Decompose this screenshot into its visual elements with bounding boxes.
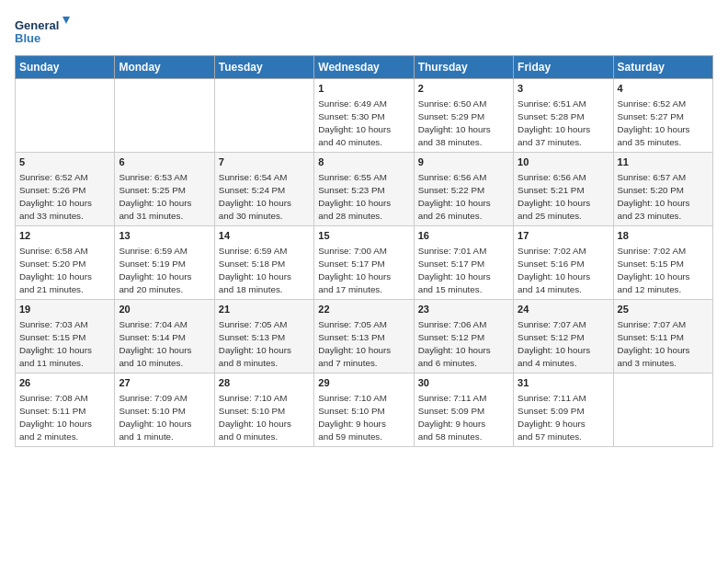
day-info: Sunrise: 7:11 AM Sunset: 5:09 PM Dayligh… <box>418 392 509 442</box>
day-info: Sunrise: 6:59 AM Sunset: 5:18 PM Dayligh… <box>219 245 310 295</box>
header-cell-thursday: Thursday <box>414 56 513 79</box>
day-info: Sunrise: 6:50 AM Sunset: 5:29 PM Dayligh… <box>418 98 509 148</box>
header-cell-monday: Monday <box>115 56 214 79</box>
calendar-cell: 31Sunrise: 7:11 AM Sunset: 5:09 PM Dayli… <box>514 373 613 447</box>
calendar-cell: 20Sunrise: 7:04 AM Sunset: 5:14 PM Dayli… <box>115 300 214 373</box>
day-number: 26 <box>19 376 110 390</box>
calendar-cell: 18Sunrise: 7:02 AM Sunset: 5:15 PM Dayli… <box>613 226 712 300</box>
calendar-cell: 2Sunrise: 6:50 AM Sunset: 5:29 PM Daylig… <box>414 79 513 153</box>
calendar-cell <box>115 79 214 153</box>
day-info: Sunrise: 6:55 AM Sunset: 5:23 PM Dayligh… <box>318 171 409 222</box>
calendar-cell: 24Sunrise: 7:07 AM Sunset: 5:12 PM Dayli… <box>514 300 613 373</box>
day-number: 8 <box>318 155 409 169</box>
day-number: 15 <box>318 229 409 243</box>
calendar-cell: 17Sunrise: 7:02 AM Sunset: 5:16 PM Dayli… <box>514 226 613 300</box>
day-info: Sunrise: 6:52 AM Sunset: 5:26 PM Dayligh… <box>19 171 110 222</box>
day-info: Sunrise: 7:10 AM Sunset: 5:10 PM Dayligh… <box>318 392 409 442</box>
day-info: Sunrise: 7:02 AM Sunset: 5:16 PM Dayligh… <box>518 245 609 295</box>
calendar-cell <box>16 79 115 153</box>
svg-text:General: General <box>15 18 59 32</box>
calendar-cell: 4Sunrise: 6:52 AM Sunset: 5:27 PM Daylig… <box>613 79 712 153</box>
day-info: Sunrise: 7:07 AM Sunset: 5:12 PM Dayligh… <box>518 318 609 369</box>
day-number: 30 <box>418 376 509 390</box>
day-number: 3 <box>518 82 609 96</box>
day-info: Sunrise: 7:01 AM Sunset: 5:17 PM Dayligh… <box>418 245 509 295</box>
day-number: 2 <box>418 82 509 96</box>
calendar-cell: 1Sunrise: 6:49 AM Sunset: 5:30 PM Daylig… <box>314 79 414 153</box>
day-number: 27 <box>119 376 210 390</box>
day-number: 12 <box>19 229 110 243</box>
day-info: Sunrise: 6:57 AM Sunset: 5:20 PM Dayligh… <box>618 171 709 222</box>
day-number: 10 <box>518 155 609 169</box>
day-number: 24 <box>518 303 609 316</box>
calendar-cell: 15Sunrise: 7:00 AM Sunset: 5:17 PM Dayli… <box>314 226 414 300</box>
day-info: Sunrise: 7:02 AM Sunset: 5:15 PM Dayligh… <box>618 245 709 295</box>
day-number: 1 <box>318 82 409 96</box>
calendar-cell: 25Sunrise: 7:07 AM Sunset: 5:11 PM Dayli… <box>613 300 712 373</box>
calendar-week-5: 26Sunrise: 7:08 AM Sunset: 5:11 PM Dayli… <box>16 373 713 447</box>
day-number: 28 <box>219 376 310 390</box>
day-number: 7 <box>219 155 310 169</box>
calendar-cell: 3Sunrise: 6:51 AM Sunset: 5:28 PM Daylig… <box>514 79 613 153</box>
calendar-cell: 7Sunrise: 6:54 AM Sunset: 5:24 PM Daylig… <box>214 153 313 226</box>
day-info: Sunrise: 7:05 AM Sunset: 5:13 PM Dayligh… <box>219 318 310 369</box>
calendar-cell: 8Sunrise: 6:55 AM Sunset: 5:23 PM Daylig… <box>314 153 414 226</box>
day-info: Sunrise: 7:08 AM Sunset: 5:11 PM Dayligh… <box>19 392 110 442</box>
logo-svg: General Blue <box>15 15 70 48</box>
day-number: 14 <box>219 229 310 243</box>
day-number: 23 <box>418 303 509 316</box>
day-number: 31 <box>518 376 609 390</box>
svg-text:Blue: Blue <box>15 31 40 45</box>
calendar-cell: 11Sunrise: 6:57 AM Sunset: 5:20 PM Dayli… <box>613 153 712 226</box>
svg-marker-2 <box>63 17 70 24</box>
day-info: Sunrise: 7:11 AM Sunset: 5:09 PM Dayligh… <box>518 392 609 442</box>
calendar-week-3: 12Sunrise: 6:58 AM Sunset: 5:20 PM Dayli… <box>16 226 713 300</box>
calendar-cell: 29Sunrise: 7:10 AM Sunset: 5:10 PM Dayli… <box>314 373 414 447</box>
calendar-cell <box>613 373 712 447</box>
calendar-cell: 13Sunrise: 6:59 AM Sunset: 5:19 PM Dayli… <box>115 226 214 300</box>
calendar-week-4: 19Sunrise: 7:03 AM Sunset: 5:15 PM Dayli… <box>16 300 713 373</box>
calendar-cell: 30Sunrise: 7:11 AM Sunset: 5:09 PM Dayli… <box>414 373 513 447</box>
day-info: Sunrise: 6:59 AM Sunset: 5:19 PM Dayligh… <box>119 245 210 295</box>
day-number: 13 <box>119 229 210 243</box>
calendar-cell: 6Sunrise: 6:53 AM Sunset: 5:25 PM Daylig… <box>115 153 214 226</box>
day-info: Sunrise: 7:10 AM Sunset: 5:10 PM Dayligh… <box>219 392 310 442</box>
header-cell-tuesday: Tuesday <box>214 56 313 79</box>
calendar-cell: 16Sunrise: 7:01 AM Sunset: 5:17 PM Dayli… <box>414 226 513 300</box>
calendar-cell: 21Sunrise: 7:05 AM Sunset: 5:13 PM Dayli… <box>214 300 313 373</box>
day-info: Sunrise: 6:58 AM Sunset: 5:20 PM Dayligh… <box>19 245 110 295</box>
day-number: 21 <box>219 303 310 316</box>
day-number: 4 <box>618 82 709 96</box>
day-info: Sunrise: 6:53 AM Sunset: 5:25 PM Dayligh… <box>119 171 210 222</box>
day-info: Sunrise: 7:09 AM Sunset: 5:10 PM Dayligh… <box>119 392 210 442</box>
day-info: Sunrise: 6:52 AM Sunset: 5:27 PM Dayligh… <box>618 98 709 148</box>
day-info: Sunrise: 6:54 AM Sunset: 5:24 PM Dayligh… <box>219 171 310 222</box>
calendar-cell: 12Sunrise: 6:58 AM Sunset: 5:20 PM Dayli… <box>16 226 115 300</box>
day-number: 22 <box>318 303 409 316</box>
day-number: 18 <box>618 229 709 243</box>
day-info: Sunrise: 6:51 AM Sunset: 5:28 PM Dayligh… <box>518 98 609 148</box>
calendar-cell: 26Sunrise: 7:08 AM Sunset: 5:11 PM Dayli… <box>16 373 115 447</box>
day-info: Sunrise: 6:49 AM Sunset: 5:30 PM Dayligh… <box>318 98 409 148</box>
header-cell-wednesday: Wednesday <box>314 56 414 79</box>
day-info: Sunrise: 7:05 AM Sunset: 5:13 PM Dayligh… <box>318 318 409 369</box>
day-number: 20 <box>119 303 210 316</box>
calendar-cell: 9Sunrise: 6:56 AM Sunset: 5:22 PM Daylig… <box>414 153 513 226</box>
day-number: 5 <box>19 155 110 169</box>
header-cell-friday: Friday <box>514 56 613 79</box>
calendar-week-1: 1Sunrise: 6:49 AM Sunset: 5:30 PM Daylig… <box>16 79 713 153</box>
calendar-cell: 5Sunrise: 6:52 AM Sunset: 5:26 PM Daylig… <box>16 153 115 226</box>
day-info: Sunrise: 7:07 AM Sunset: 5:11 PM Dayligh… <box>618 318 709 369</box>
day-info: Sunrise: 7:00 AM Sunset: 5:17 PM Dayligh… <box>318 245 409 295</box>
calendar-body: 1Sunrise: 6:49 AM Sunset: 5:30 PM Daylig… <box>16 79 713 447</box>
day-number: 11 <box>618 155 709 169</box>
day-number: 29 <box>318 376 409 390</box>
calendar-cell <box>214 79 313 153</box>
header-cell-saturday: Saturday <box>613 56 712 79</box>
day-number: 19 <box>19 303 110 316</box>
day-info: Sunrise: 7:04 AM Sunset: 5:14 PM Dayligh… <box>119 318 210 369</box>
logo: General Blue <box>15 15 70 48</box>
day-number: 17 <box>518 229 609 243</box>
header-row: SundayMondayTuesdayWednesdayThursdayFrid… <box>16 56 713 79</box>
day-number: 9 <box>418 155 509 169</box>
